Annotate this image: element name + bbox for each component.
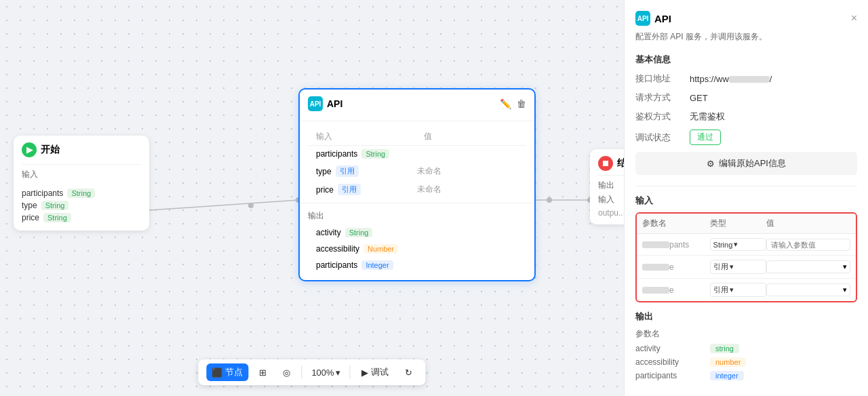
node-label: 节点 (225, 366, 243, 378)
row3-type-chevron: ▾ (730, 285, 734, 294)
input-table-header: 参数名 类型 值 (637, 214, 856, 234)
output-section: 输出 参数名 activity string accessibility num… (635, 311, 857, 380)
bottom-toolbar: ⬛ 节点 ⊞ ◎ 100% ▾ ▶ 调试 ↻ (198, 359, 425, 385)
node-btn[interactable]: ⬛ 节点 (206, 363, 248, 381)
api-node[interactable]: API API ✏️ 🗑 输入 值 participants String (298, 88, 536, 281)
output-activity-badge: string (710, 344, 739, 353)
row3-name: e (642, 285, 710, 295)
basic-info-title: 基本信息 (635, 54, 857, 66)
row3-val[interactable]: ▾ (766, 283, 850, 296)
close-btn[interactable]: × (851, 12, 857, 24)
auth-value: 无需鉴权 (690, 111, 857, 123)
start-param-type: type String (22, 201, 141, 210)
method-value: GET (690, 93, 857, 103)
zoom-control[interactable]: 100% ▾ (307, 365, 344, 380)
row3-name-suffix: e (669, 285, 674, 295)
start-param-price: price String (22, 213, 141, 222)
row1-val-input[interactable] (766, 239, 850, 251)
panel-divider (635, 186, 857, 186)
row1-val[interactable] (766, 239, 850, 251)
zoom-label: 100% (311, 368, 334, 378)
status-badge: 通过 (690, 130, 721, 145)
play-icon: ▶ (361, 368, 368, 378)
row1-type-select[interactable]: String ▾ (710, 238, 766, 251)
start-node-header: ▶ 开始 (14, 136, 149, 164)
start-icon: ▶ (22, 142, 37, 157)
row3-val-chevron: ▾ (843, 285, 847, 294)
svg-point-4 (547, 197, 552, 203)
delete-icon[interactable]: 🗑 (517, 98, 526, 109)
start-param-participants: participants String (22, 189, 141, 198)
col-val-label: 值 (424, 131, 518, 142)
target-icon: ◎ (283, 368, 290, 378)
api-out-accessibility: accessibility Number (308, 241, 526, 257)
svg-line-0 (149, 200, 298, 210)
panel-api-icon: API (635, 11, 650, 26)
row2-val[interactable]: ▾ (766, 260, 850, 273)
start-title: 开始 (41, 144, 60, 156)
start-params: participants String type String price St… (14, 183, 149, 231)
result-node[interactable]: ⏹ 结 输出 输入 outpu... (590, 149, 624, 224)
result-input-label: 输入 (598, 194, 624, 205)
result-icon: ⏹ (598, 156, 613, 171)
toolbar-divider-2 (350, 365, 351, 379)
status-label: 调试状态 (635, 132, 690, 144)
api-row-type: type 引用 未命名 (308, 162, 526, 180)
toolbar-divider (301, 365, 302, 379)
row2-type-chevron: ▾ (730, 262, 734, 271)
svg-point-1 (248, 203, 254, 208)
auth-label: 鉴权方式 (635, 111, 690, 123)
right-panel: API API × 配置外部 API 服务，并调用该服务。 基本信息 接口地址 … (624, 0, 868, 396)
row3-type-select[interactable]: 引用 ▾ (710, 283, 766, 297)
input-section-title: 输入 (635, 195, 857, 207)
output-participants-badge: integer (710, 371, 744, 380)
edit-api-btn[interactable]: ⚙ 编辑原始API信息 (635, 152, 857, 175)
api-icon: API (308, 96, 323, 111)
name-blur-3 (642, 287, 669, 294)
row1-type: String ▾ (710, 238, 766, 251)
debug-play-btn[interactable]: ▶ 调试 (356, 363, 394, 381)
api-node-header: API API ✏️ 🗑 (300, 90, 534, 118)
header-type: 类型 (710, 218, 766, 229)
input-table-container: 参数名 类型 值 pants String ▾ e (635, 212, 857, 302)
node-icon: ⬛ (212, 368, 222, 378)
name-blur-1 (642, 241, 669, 248)
row2-val-chevron: ▾ (843, 262, 847, 271)
method-row: 请求方式 GET (635, 92, 857, 104)
output-accessibility-name: accessibility (635, 357, 710, 367)
start-node[interactable]: ▶ 开始 输入 participants String type String … (14, 136, 149, 231)
panel-title-text: API (654, 13, 671, 24)
zoom-chevron: ▾ (336, 368, 340, 378)
output-activity-name: activity (635, 344, 710, 353)
row1-type-chevron: ▾ (734, 240, 738, 249)
row1-name: pants (642, 240, 710, 250)
target-btn[interactable]: ◎ (277, 365, 296, 380)
panel-desc: 配置外部 API 服务，并调用该服务。 (635, 31, 857, 43)
output-accessibility-badge: number (710, 357, 746, 367)
api-row-price: price 引用 未命名 (308, 180, 526, 199)
output-participants-name: participants (635, 371, 710, 380)
refresh-btn[interactable]: ↻ (399, 365, 418, 380)
input-row-3: e 引用 ▾ ▾ (637, 279, 856, 301)
api-row-participants: participants String (308, 146, 526, 162)
row2-type-select[interactable]: 引用 ▾ (710, 260, 766, 274)
row2-type: 引用 ▾ (710, 260, 766, 274)
row3-val-select[interactable]: ▾ (766, 283, 850, 296)
panel-header: API API × (635, 11, 857, 26)
method-label: 请求方式 (635, 92, 690, 104)
row1-name-suffix: pants (669, 240, 689, 250)
row3-type-label: 引用 (713, 285, 728, 295)
result-title: 结 (617, 157, 624, 170)
header-name: 参数名 (642, 218, 710, 229)
api-title: API (327, 98, 342, 109)
output-row-accessibility: accessibility number (635, 357, 857, 367)
api-node-actions: ✏️ 🗑 (500, 98, 526, 109)
grid-btn[interactable]: ⊞ (254, 365, 272, 380)
row2-val-select[interactable]: ▾ (766, 260, 850, 273)
output-title: 输出 (635, 311, 857, 323)
header-value: 值 (766, 218, 850, 229)
api-output-section: 输出 activity String accessibility Number … (300, 206, 534, 280)
col-input-label: 输入 (316, 131, 410, 142)
api-url-label: 接口地址 (635, 73, 690, 85)
edit-icon[interactable]: ✏️ (500, 98, 511, 109)
